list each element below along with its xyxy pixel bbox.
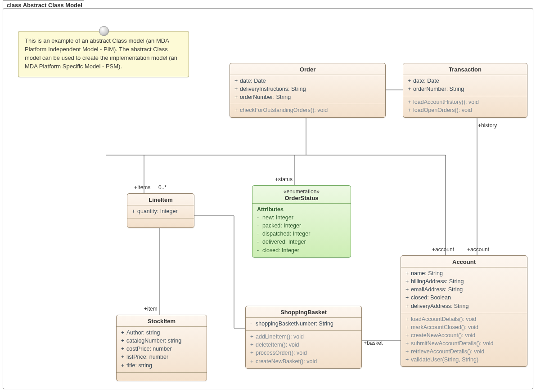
frame-title-text: Abstract Class Model	[23, 2, 82, 9]
attr: orderNumber: String	[240, 94, 291, 100]
class-name: OrderStatus	[284, 195, 318, 201]
method: createNewBasket(): void	[256, 358, 317, 365]
class-transaction[interactable]: Transaction +date: Date +orderNumber: St…	[403, 63, 527, 118]
attr: new: Integer	[262, 214, 293, 221]
attr: Author: string	[126, 330, 160, 336]
attr: closed: Boolean	[411, 294, 451, 301]
method: loadOpenOrders(): void	[413, 107, 472, 113]
attr: quantity: Integer	[137, 208, 178, 214]
attributes-header: Attributes	[257, 205, 346, 214]
method: validateUser(String, String)	[411, 356, 478, 363]
class-lineitem-attrs: +quantity: Integer	[127, 205, 194, 218]
class-lineitem-title: LineItem	[127, 194, 194, 205]
attr: packed: Integer	[262, 223, 301, 229]
attr: catalogNumber: string	[126, 338, 181, 344]
attr: costPrice: number	[126, 346, 172, 352]
class-account-title: Account	[401, 256, 527, 267]
class-account[interactable]: Account +name: String +billingAddress: S…	[401, 255, 527, 367]
attr: shoppingBasketNumber: String	[256, 321, 333, 327]
attr: title: string	[126, 362, 152, 369]
attr: dispatched: Integer	[262, 231, 310, 237]
stereotype: «enumeration»	[255, 188, 348, 195]
note-pin-icon	[99, 26, 109, 36]
class-account-attrs: +name: String +billingAddress: String +e…	[401, 267, 527, 313]
class-shoppingbasket-attrs: -shoppingBasketNumber: String	[246, 318, 361, 331]
class-lineitem[interactable]: LineItem +quantity: Integer	[127, 193, 194, 228]
attr: orderNumber: String	[413, 86, 464, 92]
attr: billingAddress: String	[411, 278, 464, 285]
class-lineitem-methods	[127, 218, 194, 227]
attr: delivered: Integer	[262, 239, 306, 245]
method: processOrder(): void	[256, 350, 307, 356]
class-shoppingbasket[interactable]: ShoppingBasket -shoppingBasketNumber: St…	[245, 306, 362, 369]
method: createNewAccount(): void	[411, 332, 475, 339]
attr: emailAddress: String	[411, 286, 463, 293]
class-order-title: Order	[230, 63, 385, 75]
diagram-note: This is an example of an abstract Class …	[18, 31, 189, 77]
method: submitNewAccountDetails(): void	[411, 340, 493, 347]
class-transaction-methods: +loadAccountHistory(): void +loadOpenOrd…	[403, 96, 527, 117]
class-stockitem-methods	[117, 373, 207, 381]
class-order-methods: +checkForOutstandingOrders(): void	[230, 104, 385, 117]
frame-title-prefix: class	[7, 2, 22, 9]
class-transaction-attrs: +date: Date +orderNumber: String	[403, 75, 527, 96]
attr: date: Date	[240, 78, 266, 84]
method: loadAccountDetails(): void	[411, 316, 476, 322]
class-order[interactable]: Order +date: Date +deliveryInstructions:…	[230, 63, 386, 118]
class-shoppingbasket-title: ShoppingBasket	[246, 306, 361, 318]
method: deleteItem(): void	[256, 342, 299, 348]
class-stockitem[interactable]: StockItem +Author: string +catalogNumber…	[116, 315, 207, 381]
class-stockitem-attrs: +Author: string +catalogNumber: string +…	[117, 327, 207, 373]
class-order-attrs: +date: Date +deliveryInstructions: Strin…	[230, 75, 385, 104]
method: loadAccountHistory(): void	[413, 99, 479, 105]
attr: deliveryAddress: String	[411, 303, 469, 309]
note-text: This is an example of an abstract Class …	[25, 37, 177, 70]
method: addLineItem(): void	[256, 334, 304, 340]
class-transaction-title: Transaction	[403, 63, 527, 75]
class-account-methods: +loadAccountDetails(): void +markAccount…	[401, 313, 527, 367]
attr: deliveryInstructions: String	[240, 86, 306, 92]
attr: date: Date	[413, 78, 439, 84]
class-orderstatus-title: «enumeration» OrderStatus	[252, 186, 351, 204]
class-orderstatus-attrs: Attributes -new: Integer -packed: Intege…	[252, 204, 351, 257]
class-shoppingbasket-methods: +addLineItem(): void +deleteItem(): void…	[246, 331, 361, 368]
attr: closed: Integer	[262, 247, 299, 254]
attr: listPrice: number	[126, 354, 168, 360]
class-orderstatus[interactable]: «enumeration» OrderStatus Attributes -ne…	[252, 185, 351, 258]
method: markAccountClosed(): void	[411, 324, 478, 330]
attr: name: String	[411, 270, 443, 276]
class-stockitem-title: StockItem	[117, 315, 207, 327]
method: checkForOutstandingOrders(): void	[240, 107, 328, 113]
method: retrieveAccountDetails(): void	[411, 348, 484, 355]
uml-canvas: class Abstract Class Model +Items 0..* +…	[0, 0, 536, 392]
